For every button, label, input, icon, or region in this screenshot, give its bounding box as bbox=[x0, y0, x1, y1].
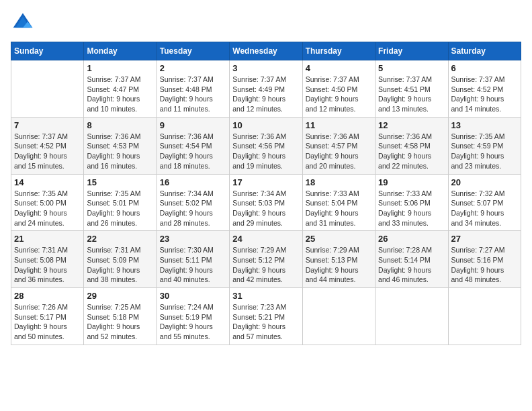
week-row-4: 21Sunrise: 7:31 AM Sunset: 5:08 PM Dayli… bbox=[11, 231, 521, 288]
calendar-cell: 24Sunrise: 7:29 AM Sunset: 5:12 PM Dayli… bbox=[230, 231, 302, 288]
day-number: 1 bbox=[87, 63, 153, 73]
calendar-cell: 12Sunrise: 7:36 AM Sunset: 4:58 PM Dayli… bbox=[375, 117, 448, 174]
calendar-cell: 20Sunrise: 7:32 AM Sunset: 5:07 PM Dayli… bbox=[448, 174, 521, 231]
day-info: Sunrise: 7:37 AM Sunset: 4:47 PM Dayligh… bbox=[87, 75, 153, 114]
day-number: 10 bbox=[232, 120, 299, 130]
calendar-cell: 21Sunrise: 7:31 AM Sunset: 5:08 PM Dayli… bbox=[11, 231, 84, 288]
weekday-header-row: SundayMondayTuesdayWednesdayThursdayFrid… bbox=[11, 42, 521, 60]
day-number: 26 bbox=[378, 234, 445, 244]
day-info: Sunrise: 7:28 AM Sunset: 5:14 PM Dayligh… bbox=[378, 245, 445, 285]
day-info: Sunrise: 7:27 AM Sunset: 5:16 PM Dayligh… bbox=[451, 245, 518, 285]
calendar-cell: 15Sunrise: 7:35 AM Sunset: 5:01 PM Dayli… bbox=[84, 174, 157, 231]
day-number: 12 bbox=[378, 120, 445, 130]
calendar-cell: 3Sunrise: 7:37 AM Sunset: 4:49 PM Daylig… bbox=[230, 60, 302, 118]
calendar-cell: 25Sunrise: 7:29 AM Sunset: 5:13 PM Dayli… bbox=[302, 231, 375, 288]
day-number: 24 bbox=[232, 234, 299, 244]
calendar-cell: 28Sunrise: 7:26 AM Sunset: 5:17 PM Dayli… bbox=[11, 288, 84, 345]
calendar-cell: 27Sunrise: 7:27 AM Sunset: 5:16 PM Dayli… bbox=[448, 231, 521, 288]
calendar-cell: 31Sunrise: 7:23 AM Sunset: 5:21 PM Dayli… bbox=[230, 288, 302, 345]
calendar-table: SundayMondayTuesdayWednesdayThursdayFrid… bbox=[11, 42, 521, 345]
day-info: Sunrise: 7:37 AM Sunset: 4:48 PM Dayligh… bbox=[160, 75, 226, 114]
calendar-cell: 8Sunrise: 7:36 AM Sunset: 4:53 PM Daylig… bbox=[84, 117, 157, 174]
day-info: Sunrise: 7:30 AM Sunset: 5:11 PM Dayligh… bbox=[160, 245, 226, 285]
calendar-cell: 17Sunrise: 7:34 AM Sunset: 5:03 PM Dayli… bbox=[230, 174, 302, 231]
day-info: Sunrise: 7:31 AM Sunset: 5:09 PM Dayligh… bbox=[87, 245, 153, 285]
day-info: Sunrise: 7:37 AM Sunset: 4:49 PM Dayligh… bbox=[232, 75, 299, 114]
weekday-header-saturday: Saturday bbox=[448, 42, 521, 60]
day-info: Sunrise: 7:33 AM Sunset: 5:04 PM Dayligh… bbox=[306, 189, 372, 228]
day-info: Sunrise: 7:23 AM Sunset: 5:21 PM Dayligh… bbox=[232, 302, 299, 342]
day-info: Sunrise: 7:34 AM Sunset: 5:03 PM Dayligh… bbox=[232, 189, 299, 228]
day-info: Sunrise: 7:36 AM Sunset: 4:54 PM Dayligh… bbox=[160, 132, 226, 171]
calendar-cell: 4Sunrise: 7:37 AM Sunset: 4:50 PM Daylig… bbox=[302, 60, 375, 118]
day-number: 25 bbox=[306, 234, 372, 244]
weekday-header-wednesday: Wednesday bbox=[230, 42, 302, 60]
day-info: Sunrise: 7:29 AM Sunset: 5:13 PM Dayligh… bbox=[306, 245, 372, 285]
calendar-cell bbox=[448, 288, 521, 345]
day-number: 15 bbox=[87, 177, 153, 187]
day-number: 11 bbox=[306, 120, 372, 130]
day-info: Sunrise: 7:37 AM Sunset: 4:50 PM Dayligh… bbox=[306, 75, 372, 114]
day-number: 13 bbox=[451, 120, 518, 130]
day-number: 31 bbox=[232, 291, 299, 301]
day-number: 6 bbox=[451, 63, 518, 73]
week-row-2: 7Sunrise: 7:37 AM Sunset: 4:52 PM Daylig… bbox=[11, 117, 521, 174]
day-info: Sunrise: 7:36 AM Sunset: 4:58 PM Dayligh… bbox=[378, 132, 445, 171]
day-number: 3 bbox=[232, 63, 299, 73]
day-info: Sunrise: 7:29 AM Sunset: 5:12 PM Dayligh… bbox=[232, 245, 299, 285]
calendar-cell: 13Sunrise: 7:35 AM Sunset: 4:59 PM Dayli… bbox=[448, 117, 521, 174]
day-number: 7 bbox=[14, 120, 81, 130]
calendar-cell bbox=[11, 60, 84, 118]
calendar-cell: 11Sunrise: 7:36 AM Sunset: 4:57 PM Dayli… bbox=[302, 117, 375, 174]
weekday-header-friday: Friday bbox=[375, 42, 448, 60]
calendar-cell: 23Sunrise: 7:30 AM Sunset: 5:11 PM Dayli… bbox=[157, 231, 229, 288]
calendar-cell: 7Sunrise: 7:37 AM Sunset: 4:52 PM Daylig… bbox=[11, 117, 84, 174]
calendar-cell: 14Sunrise: 7:35 AM Sunset: 5:00 PM Dayli… bbox=[11, 174, 84, 231]
day-number: 4 bbox=[306, 63, 372, 73]
day-info: Sunrise: 7:37 AM Sunset: 4:52 PM Dayligh… bbox=[14, 132, 81, 171]
day-number: 30 bbox=[160, 291, 226, 301]
day-number: 19 bbox=[378, 177, 445, 187]
day-number: 14 bbox=[14, 177, 81, 187]
day-info: Sunrise: 7:25 AM Sunset: 5:18 PM Dayligh… bbox=[87, 302, 153, 342]
day-number: 16 bbox=[160, 177, 226, 187]
weekday-header-monday: Monday bbox=[84, 42, 157, 60]
calendar-cell: 9Sunrise: 7:36 AM Sunset: 4:54 PM Daylig… bbox=[157, 117, 229, 174]
day-info: Sunrise: 7:35 AM Sunset: 5:01 PM Dayligh… bbox=[87, 189, 153, 228]
calendar-cell: 5Sunrise: 7:37 AM Sunset: 4:51 PM Daylig… bbox=[375, 60, 448, 118]
day-number: 18 bbox=[306, 177, 372, 187]
day-info: Sunrise: 7:36 AM Sunset: 4:56 PM Dayligh… bbox=[232, 132, 299, 171]
weekday-header-thursday: Thursday bbox=[302, 42, 375, 60]
day-info: Sunrise: 7:33 AM Sunset: 5:06 PM Dayligh… bbox=[378, 189, 445, 228]
calendar-cell: 1Sunrise: 7:37 AM Sunset: 4:47 PM Daylig… bbox=[84, 60, 157, 118]
week-row-3: 14Sunrise: 7:35 AM Sunset: 5:00 PM Dayli… bbox=[11, 174, 521, 231]
calendar-cell: 29Sunrise: 7:25 AM Sunset: 5:18 PM Dayli… bbox=[84, 288, 157, 345]
day-number: 17 bbox=[232, 177, 299, 187]
logo-icon bbox=[11, 11, 35, 35]
day-info: Sunrise: 7:26 AM Sunset: 5:17 PM Dayligh… bbox=[14, 302, 81, 342]
week-row-1: 1Sunrise: 7:37 AM Sunset: 4:47 PM Daylig… bbox=[11, 60, 521, 118]
day-number: 20 bbox=[451, 177, 518, 187]
page-header bbox=[11, 11, 521, 35]
day-number: 29 bbox=[87, 291, 153, 301]
calendar-cell: 30Sunrise: 7:24 AM Sunset: 5:19 PM Dayli… bbox=[157, 288, 229, 345]
day-info: Sunrise: 7:35 AM Sunset: 4:59 PM Dayligh… bbox=[451, 132, 518, 171]
day-number: 5 bbox=[378, 63, 445, 73]
calendar-cell: 19Sunrise: 7:33 AM Sunset: 5:06 PM Dayli… bbox=[375, 174, 448, 231]
day-number: 22 bbox=[87, 234, 153, 244]
calendar-cell bbox=[375, 288, 448, 345]
day-info: Sunrise: 7:37 AM Sunset: 4:51 PM Dayligh… bbox=[378, 75, 445, 114]
weekday-header-tuesday: Tuesday bbox=[157, 42, 229, 60]
day-info: Sunrise: 7:37 AM Sunset: 4:52 PM Dayligh… bbox=[451, 75, 518, 114]
calendar-cell: 2Sunrise: 7:37 AM Sunset: 4:48 PM Daylig… bbox=[157, 60, 229, 118]
day-info: Sunrise: 7:36 AM Sunset: 4:57 PM Dayligh… bbox=[306, 132, 372, 171]
calendar-cell: 6Sunrise: 7:37 AM Sunset: 4:52 PM Daylig… bbox=[448, 60, 521, 118]
day-info: Sunrise: 7:31 AM Sunset: 5:08 PM Dayligh… bbox=[14, 245, 81, 285]
day-number: 9 bbox=[160, 120, 226, 130]
day-number: 2 bbox=[160, 63, 226, 73]
day-number: 21 bbox=[14, 234, 81, 244]
weekday-header-sunday: Sunday bbox=[11, 42, 84, 60]
day-info: Sunrise: 7:32 AM Sunset: 5:07 PM Dayligh… bbox=[451, 189, 518, 228]
day-info: Sunrise: 7:35 AM Sunset: 5:00 PM Dayligh… bbox=[14, 189, 81, 228]
calendar-cell: 26Sunrise: 7:28 AM Sunset: 5:14 PM Dayli… bbox=[375, 231, 448, 288]
